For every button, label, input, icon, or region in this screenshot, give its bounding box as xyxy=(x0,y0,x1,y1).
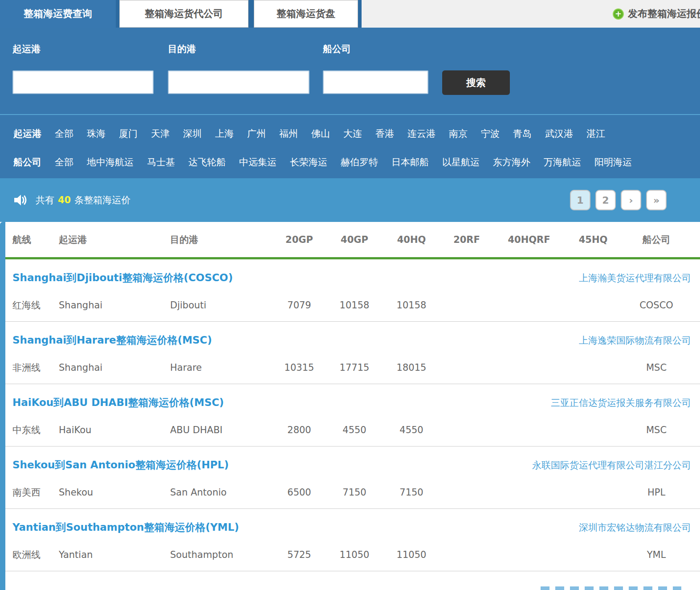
cell-origin: Yantian xyxy=(59,549,170,560)
dest-port-input[interactable] xyxy=(168,70,309,94)
rate-title-link[interactable]: HaiKou到ABU DHABI整箱海运价格(MSC) xyxy=(12,396,224,410)
origin-filter-option[interactable]: 连云港 xyxy=(407,127,435,140)
cell-20gp: 5725 xyxy=(273,549,326,560)
cell-route: 非洲线 xyxy=(12,361,59,374)
origin-filter-option[interactable]: 武汉港 xyxy=(545,127,573,140)
table-header-row: 航线 起运港 目的港 20GP 40GP 40HQ 20RF 40HQRF 45… xyxy=(5,222,700,259)
col-header-40hqrf: 40HQRF xyxy=(493,234,565,245)
carrier-filter-option[interactable]: 地中海航运 xyxy=(87,156,134,168)
origin-filter-option[interactable]: 佛山 xyxy=(311,127,330,140)
origin-filter-option[interactable]: 南京 xyxy=(449,127,468,140)
cell-route: 中东线 xyxy=(12,424,59,436)
carrier-filter-option[interactable]: 马士基 xyxy=(147,156,175,168)
col-header-40gp: 40GP xyxy=(326,234,383,245)
origin-filter-option[interactable]: 广州 xyxy=(247,127,266,140)
cell-40hq: 11050 xyxy=(383,549,440,560)
origin-filter-option[interactable]: 青岛 xyxy=(513,127,532,140)
cell-40gp: 11050 xyxy=(326,549,383,560)
carrier-filter-option[interactable]: 阳明海运 xyxy=(594,156,632,168)
carrier-filter-option[interactable]: 日本邮船 xyxy=(391,156,429,168)
origin-filter-option[interactable]: 全部 xyxy=(55,127,73,140)
table-row: Yantian到Southampton整箱海运价格(YML) 深圳市宏铭达物流有… xyxy=(5,509,700,571)
filter-area: 起运港 全部 珠海 厦门 天津 深圳 上海 广州 福州 佛山 大连 香港 连云港… xyxy=(0,114,700,178)
carrier-field-group: 船公司 xyxy=(323,43,428,94)
origin-filter-option[interactable]: 宁波 xyxy=(481,127,500,140)
page-button-1[interactable]: 1 xyxy=(570,190,590,210)
cell-40gp: 4550 xyxy=(326,425,383,435)
pagination: 1 2 › » xyxy=(570,190,667,210)
origin-filter-option[interactable]: 珠海 xyxy=(87,127,106,140)
origin-filter-option[interactable]: 厦门 xyxy=(119,127,138,140)
rate-title-link[interactable]: Yantian到Southampton整箱海运价格(YML) xyxy=(12,520,239,534)
carrier-input[interactable] xyxy=(323,70,428,94)
tab-fcl-rate-query[interactable]: 整箱海运费查询 xyxy=(0,0,116,28)
cell-dest: Southampton xyxy=(170,549,273,560)
origin-port-input[interactable] xyxy=(12,70,154,94)
origin-filter-option[interactable]: 大连 xyxy=(343,127,362,140)
company-link[interactable]: 上海逸荣国际物流有限公司 xyxy=(579,334,691,347)
carrier-filter-option[interactable]: 以星航运 xyxy=(442,156,480,168)
page-button-2[interactable]: 2 xyxy=(595,190,616,210)
company-link[interactable]: 三亚正信达货运报关服务有限公司 xyxy=(551,397,691,409)
tab-fcl-cargo[interactable]: 整箱海运货盘 xyxy=(254,0,358,28)
col-header-20rf: 20RF xyxy=(440,234,493,245)
publish-quote-link[interactable]: + 发布整箱海运报价 xyxy=(613,0,700,28)
page-next-icon[interactable]: › xyxy=(621,190,641,210)
cell-40hq: 4550 xyxy=(383,425,440,435)
cell-origin: Shanghai xyxy=(59,362,170,373)
origin-filter-option[interactable]: 上海 xyxy=(215,127,234,140)
cell-20gp: 6500 xyxy=(273,487,326,498)
origin-filter-option[interactable]: 天津 xyxy=(151,127,170,140)
cell-carrier: YML xyxy=(622,549,691,560)
origin-port-field-group: 起运港 xyxy=(12,43,154,94)
company-link[interactable]: 深圳市宏铭达物流有限公司 xyxy=(579,521,691,534)
carrier-filter-option[interactable]: 万海航运 xyxy=(544,156,581,168)
results-panel: 航线 起运港 目的港 20GP 40GP 40HQ 20RF 40HQRF 45… xyxy=(0,222,700,590)
row-data-line: 南美西 Shekou San Antonio 6500 7150 7150 HP… xyxy=(5,486,700,499)
cell-origin: HaiKou xyxy=(59,425,170,435)
rate-title-link[interactable]: Shanghai到Harare整箱海运价格(MSC) xyxy=(12,333,212,347)
row-title-line: Shanghai到Djibouti整箱海运价格(COSCO) 上海瀚美货运代理有… xyxy=(5,271,700,285)
carrier-filter-option[interactable]: 中远集运 xyxy=(239,156,277,168)
carrier-filter-option[interactable]: 长荣海运 xyxy=(290,156,327,168)
tab-label: 整箱海运货盘 xyxy=(277,7,335,20)
cell-dest: Djibouti xyxy=(170,300,273,311)
origin-filter-option[interactable]: 香港 xyxy=(375,127,394,140)
cell-dest: ABU DHABI xyxy=(170,425,273,435)
carrier-filter-option[interactable]: 赫伯罗特 xyxy=(341,156,378,168)
cell-40gp: 17715 xyxy=(326,362,383,373)
row-data-line: 欧洲线 Yantian Southampton 5725 11050 11050… xyxy=(5,549,700,561)
page-last-icon[interactable]: » xyxy=(646,190,667,210)
company-link[interactable]: 上海瀚美货运代理有限公司 xyxy=(579,272,691,284)
cell-dest: San Antonio xyxy=(170,487,273,498)
cell-20gp: 7079 xyxy=(273,300,326,311)
search-button[interactable]: 搜索 xyxy=(442,70,510,95)
origin-filter-option[interactable]: 福州 xyxy=(279,127,298,140)
rate-title-link[interactable]: Shanghai到Djibouti整箱海运价格(COSCO) xyxy=(12,271,233,285)
table-row: Shanghai到Djibouti整箱海运价格(COSCO) 上海瀚美货运代理有… xyxy=(5,259,700,322)
origin-filter-row: 起运港 全部 珠海 厦门 天津 深圳 上海 广州 福州 佛山 大连 香港 连云港… xyxy=(13,119,700,148)
origin-filter-option[interactable]: 深圳 xyxy=(183,127,202,140)
carrier-filter-option[interactable]: 全部 xyxy=(55,156,73,168)
row-data-line: 中东线 HaiKou ABU DHABI 2800 4550 4550 MSC xyxy=(5,424,700,436)
col-header-20gp: 20GP xyxy=(273,234,326,245)
table-row: Shanghai到Harare整箱海运价格(MSC) 上海逸荣国际物流有限公司 … xyxy=(5,322,700,384)
cell-carrier: HPL xyxy=(622,487,691,498)
table-row: Shekou到San Antonio整箱海运价格(HPL) 永联国际货运代理有限… xyxy=(5,447,700,509)
origin-filter-option[interactable]: 湛江 xyxy=(586,127,605,140)
carrier-filter-label: 船公司 xyxy=(13,156,41,168)
carrier-label: 船公司 xyxy=(323,43,428,54)
plus-icon: + xyxy=(613,8,624,20)
cell-origin: Shekou xyxy=(59,487,170,498)
row-title-line: Shanghai到Harare整箱海运价格(MSC) 上海逸荣国际物流有限公司 xyxy=(5,333,700,347)
tab-fcl-forwarders[interactable]: 整箱海运货代公司 xyxy=(119,0,248,28)
results-count-suffix: 条整箱海运价 xyxy=(74,194,130,206)
row-title-line: HaiKou到ABU DHABI整箱海运价格(MSC) 三亚正信达货运报关服务有… xyxy=(5,396,700,410)
dest-port-label: 目的港 xyxy=(168,43,309,54)
row-data-line: 红海线 Shanghai Djibouti 7079 10158 10158 C… xyxy=(5,299,700,311)
row-title-line: Yantian到Southampton整箱海运价格(YML) 深圳市宏铭达物流有… xyxy=(5,520,700,534)
carrier-filter-option[interactable]: 东方海外 xyxy=(493,156,530,168)
rate-title-link[interactable]: Shekou到San Antonio整箱海运价格(HPL) xyxy=(12,458,229,472)
carrier-filter-option[interactable]: 达飞轮船 xyxy=(188,156,226,168)
company-link[interactable]: 永联国际货运代理有限公司湛江分公司 xyxy=(532,459,691,471)
